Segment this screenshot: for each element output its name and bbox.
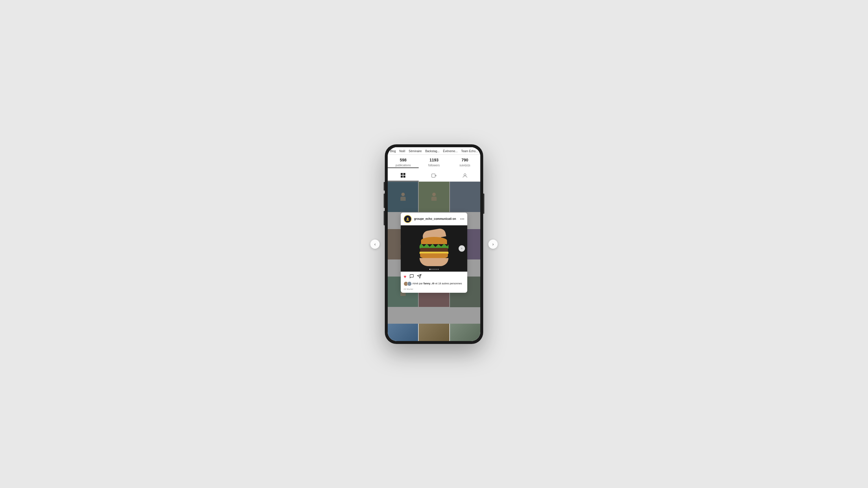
photo-grid: groupe_echo_communicati on ••• (388, 182, 480, 324)
like-avatar-2 (407, 282, 412, 286)
instagram-app: Blog Noël Séminaire Backstag... Événeme.… (388, 147, 480, 341)
carousel-dot-3[interactable] (433, 269, 435, 270)
stats-bar: 598 publications 1193 followers 790 suiv… (388, 155, 480, 170)
post-avatar[interactable] (404, 215, 412, 223)
svg-rect-3 (403, 175, 405, 177)
person-tag-icon (462, 173, 468, 178)
bottom-grid-cell-3[interactable] (450, 324, 480, 341)
volume-up-button[interactable] (384, 194, 385, 208)
post-card: groupe_echo_communicati on ••• (401, 213, 467, 293)
nav-tab-noel[interactable]: Noël (399, 150, 405, 155)
volume-down-button[interactable] (384, 211, 385, 225)
comment-icon (409, 274, 414, 279)
grid-view-button[interactable] (388, 170, 418, 182)
svg-point-7 (407, 218, 408, 219)
post-card-overlay: groupe_echo_communicati on ••• (388, 182, 480, 324)
comment-button[interactable] (409, 274, 414, 280)
video-icon (431, 173, 437, 178)
post-likes-section: Aimé par fanny_rlr et 18 autres personne… (401, 281, 467, 287)
nav-tab-team-echo[interactable]: Team Echo... (461, 150, 478, 155)
nav-tab-backstag[interactable]: Backstag... (425, 150, 439, 155)
publications-label: publications (396, 164, 411, 167)
likes-text: Aimé par fanny_rlr et 18 autres personne… (412, 282, 462, 286)
volume-mute-button[interactable] (384, 182, 385, 191)
bottom-grid-cell-2[interactable] (418, 324, 449, 341)
hand-bottom-visual (420, 258, 448, 266)
post-date: 22 février (401, 287, 467, 293)
grid-icon (400, 173, 406, 178)
svg-rect-2 (401, 175, 403, 177)
power-button[interactable] (483, 194, 484, 214)
likes-avatars (404, 282, 410, 286)
publications-stat[interactable]: 598 publications (388, 158, 418, 168)
liked-by-others: et 18 autres personnes (435, 282, 462, 285)
svg-rect-1 (403, 173, 405, 175)
publications-count: 598 (388, 158, 418, 162)
share-icon (417, 274, 422, 279)
following-stat[interactable]: 790 suivi(e)s (450, 158, 480, 168)
avatar-icon (406, 217, 410, 221)
burger-image (414, 230, 454, 267)
nav-tab-blog[interactable]: Blog (390, 150, 396, 155)
post-header: groupe_echo_communicati on ••• (401, 213, 467, 225)
followers-stat[interactable]: 1193 followers (418, 158, 450, 168)
carousel-dots (429, 269, 439, 270)
followers-count: 1193 (418, 158, 450, 162)
carousel-next-button[interactable]: › (459, 245, 465, 252)
like-button[interactable]: ♥ (404, 274, 406, 280)
carousel-dot-5[interactable] (437, 269, 439, 270)
reels-view-button[interactable] (418, 170, 450, 182)
carousel-dot-4[interactable] (435, 269, 437, 270)
post-username[interactable]: groupe_echo_communicati on (414, 217, 458, 221)
following-count: 790 (450, 158, 480, 162)
next-post-arrow[interactable]: › (488, 239, 498, 249)
phone-device: Blog Noël Séminaire Backstag... Événeme.… (385, 144, 483, 344)
nav-tabs-bar: Blog Noël Séminaire Backstag... Événeme.… (388, 147, 480, 155)
share-button[interactable] (417, 274, 422, 280)
post-actions-bar: ♥ (401, 272, 467, 281)
bun-top-visual (421, 237, 447, 244)
post-menu-button[interactable]: ••• (460, 217, 464, 221)
svg-rect-4 (432, 174, 435, 177)
nav-tab-evenement[interactable]: Événeme... (443, 150, 458, 155)
tagged-view-button[interactable] (450, 170, 480, 182)
carousel-dot-1[interactable] (429, 269, 431, 270)
svg-point-6 (464, 173, 466, 175)
prev-post-arrow[interactable]: ‹ (370, 239, 380, 249)
following-label: suivi(e)s (460, 164, 470, 167)
svg-rect-0 (401, 173, 403, 175)
nav-tab-seminaire[interactable]: Séminaire (409, 150, 422, 155)
phone-screen: Blog Noël Séminaire Backstag... Événeme.… (388, 147, 480, 341)
bottom-grid-cell-1[interactable] (388, 324, 418, 341)
view-toggle-bar (388, 170, 480, 182)
liked-by-user[interactable]: fanny_rlr (424, 282, 435, 285)
bottom-grid-row (388, 324, 480, 341)
post-image[interactable]: › (401, 225, 467, 272)
liked-by-prefix: Aimé par (412, 282, 423, 285)
followers-label: followers (428, 164, 439, 167)
carousel-dot-2[interactable] (431, 269, 433, 270)
